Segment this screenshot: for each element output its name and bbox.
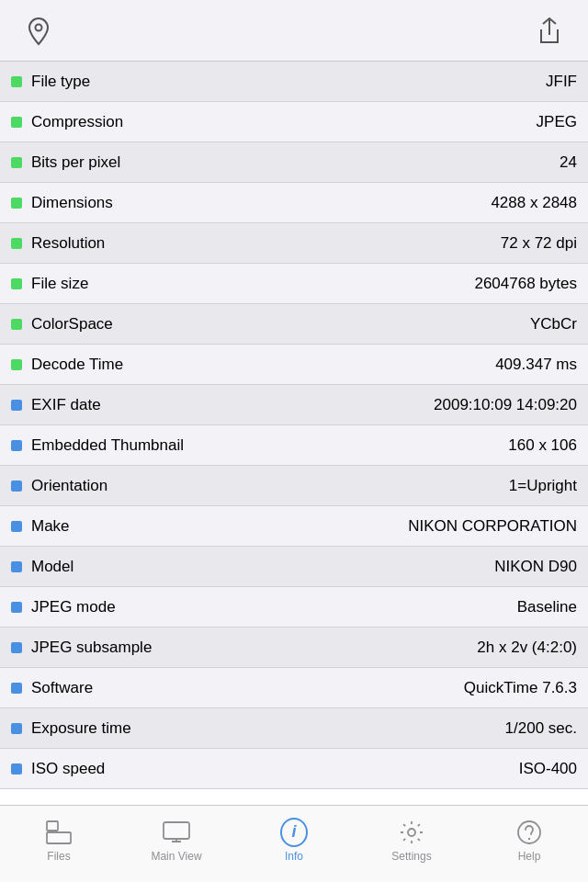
svg-rect-3 <box>164 822 189 839</box>
table-row: Dimensions4288 x 2848 <box>0 183 588 223</box>
svg-point-6 <box>528 837 530 839</box>
row-value: ISO-400 <box>519 760 577 778</box>
blue-indicator <box>11 683 22 694</box>
green-indicator <box>11 278 22 289</box>
table-row: Embedded Thumbnail160 x 106 <box>0 425 588 466</box>
table-row: File typeJFIF <box>0 62 588 102</box>
table-row: Resolution72 x 72 dpi <box>0 223 588 264</box>
tab-settings[interactable]: Settings <box>353 806 470 875</box>
tab-help[interactable]: Help <box>470 806 588 875</box>
main-view-icon <box>163 819 190 846</box>
blue-indicator <box>11 440 22 451</box>
row-value: 72 x 72 dpi <box>501 234 577 253</box>
row-value: JPEG <box>537 113 577 131</box>
info-circle-icon: i <box>280 818 308 847</box>
green-indicator <box>11 359 22 370</box>
row-label: JPEG mode <box>31 598 517 616</box>
info-table: File typeJFIFCompressionJPEGBits per pix… <box>0 62 588 805</box>
tab-label-files: Files <box>47 850 70 863</box>
table-row: SoftwareQuickTime 7.6.3 <box>0 668 588 708</box>
row-label: EXIF date <box>31 396 434 414</box>
blue-indicator <box>11 602 22 613</box>
info-icon: i <box>280 819 308 846</box>
files-icon <box>45 819 73 846</box>
blue-indicator <box>11 521 22 532</box>
table-row: Exposure time1/200 sec. <box>0 708 588 749</box>
row-value: 160 x 106 <box>508 436 577 455</box>
tab-label-main-view: Main View <box>151 850 201 863</box>
row-value: 24 <box>560 153 577 172</box>
settings-icon <box>398 819 425 846</box>
table-row: EXIF date2009:10:09 14:09:20 <box>0 385 588 425</box>
row-label: Compression <box>31 113 537 131</box>
svg-rect-1 <box>47 821 58 831</box>
table-row: Bits per pixel24 <box>0 142 588 183</box>
location-icon[interactable] <box>18 11 59 51</box>
help-icon <box>515 819 543 846</box>
svg-rect-2 <box>47 832 71 843</box>
row-label: Decode Time <box>31 356 495 374</box>
blue-indicator <box>11 481 22 492</box>
green-indicator <box>11 76 22 87</box>
svg-point-4 <box>408 829 415 836</box>
row-value: 2009:10:09 14:09:20 <box>434 396 577 414</box>
row-label: Software <box>31 679 464 697</box>
row-label: Exposure time <box>31 719 505 738</box>
row-label: Orientation <box>31 477 509 495</box>
row-value: YCbCr <box>530 315 577 334</box>
blue-indicator <box>11 763 22 775</box>
tab-info[interactable]: iInfo <box>235 806 353 875</box>
row-label: File type <box>31 73 546 91</box>
row-label: JPEG subsample <box>31 639 477 657</box>
green-indicator <box>11 238 22 249</box>
row-value: 2h x 2v (4:2:0) <box>477 639 577 657</box>
blue-indicator <box>11 642 22 653</box>
row-label: Resolution <box>31 234 501 253</box>
row-label: ColorSpace <box>31 315 530 334</box>
row-value: Baseline <box>517 598 577 616</box>
blue-indicator <box>11 561 22 572</box>
green-indicator <box>11 117 22 128</box>
table-row: Decode Time409.347 ms <box>0 345 588 385</box>
svg-point-0 <box>36 25 42 31</box>
row-value: QuickTime 7.6.3 <box>464 679 577 697</box>
green-indicator <box>11 319 22 330</box>
table-row: Orientation1=Upright <box>0 466 588 506</box>
row-value: 409.347 ms <box>495 356 577 374</box>
row-value: 1/200 sec. <box>505 719 577 738</box>
row-label: Bits per pixel <box>31 153 560 172</box>
row-label: Dimensions <box>31 194 491 212</box>
row-label: Make <box>31 517 408 536</box>
tab-label-help: Help <box>518 850 541 863</box>
table-row: MakeNIKON CORPORATION <box>0 506 588 547</box>
table-row: JPEG modeBaseline <box>0 587 588 628</box>
tab-files[interactable]: Files <box>0 806 118 875</box>
table-row: ColorSpaceYCbCr <box>0 304 588 345</box>
share-icon[interactable] <box>529 11 570 51</box>
tab-label-settings: Settings <box>391 850 431 863</box>
blue-indicator <box>11 400 22 411</box>
header <box>0 0 588 62</box>
row-value: 4288 x 2848 <box>491 194 577 212</box>
tab-label-info: Info <box>285 850 303 863</box>
table-row: ModelNIKON D90 <box>0 547 588 587</box>
blue-indicator <box>11 723 22 734</box>
table-row: ISO speedISO-400 <box>0 749 588 789</box>
svg-point-5 <box>518 821 540 843</box>
row-value: JFIF <box>546 73 577 91</box>
table-row: JPEG subsample2h x 2v (4:2:0) <box>0 628 588 668</box>
row-value: NIKON CORPORATION <box>408 517 577 536</box>
row-value: 2604768 bytes <box>474 275 577 293</box>
row-label: ISO speed <box>31 760 519 778</box>
tab-main-view[interactable]: Main View <box>118 806 235 875</box>
row-label: Model <box>31 558 494 576</box>
row-label: Embedded Thumbnail <box>31 436 508 455</box>
row-label: File size <box>31 275 474 293</box>
green-indicator <box>11 198 22 209</box>
row-value: 1=Upright <box>509 477 577 495</box>
table-row: File size2604768 bytes <box>0 264 588 304</box>
row-value: NIKON D90 <box>494 558 577 576</box>
tab-bar: Files Main ViewiInfo Settings Help <box>0 805 588 882</box>
table-row: CompressionJPEG <box>0 102 588 142</box>
green-indicator <box>11 157 22 168</box>
